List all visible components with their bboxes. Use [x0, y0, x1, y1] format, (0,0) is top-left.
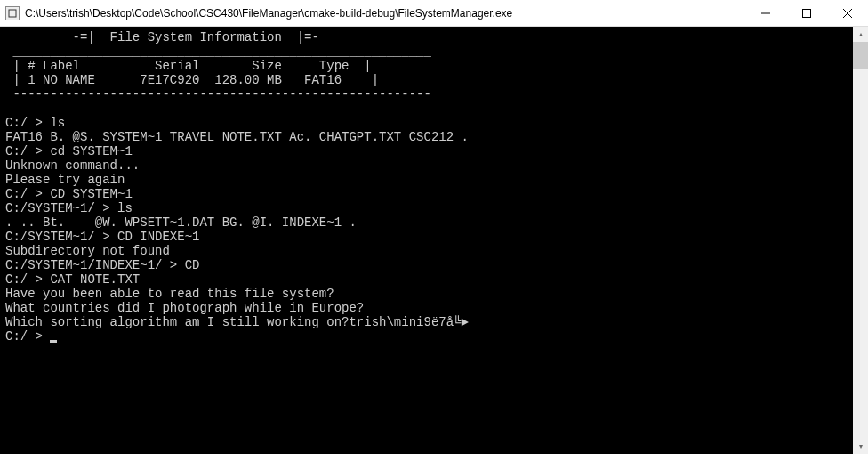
console-line: C:/ > CAT NOTE.TXT — [5, 272, 140, 287]
close-button[interactable] — [827, 0, 868, 26]
table-header: | # Label Serial Size Type | — [5, 59, 372, 73]
divider: ----------------------------------------… — [5, 87, 431, 101]
scroll-track[interactable] — [853, 42, 868, 439]
window-controls — [745, 0, 868, 26]
fs-info-header: -=| File System Information |=- — [5, 30, 319, 45]
console-line: Which sorting algorithm am I still worki… — [5, 315, 469, 329]
console-line: Have you been able to read this file sys… — [5, 287, 334, 301]
console-line: C:/SYSTEM~1/ > ls — [5, 201, 133, 215]
console-line: C:/ > CD SYSTEM~1 — [5, 187, 133, 201]
console-line: Unknown command... — [5, 158, 140, 173]
app-icon — [5, 6, 20, 20]
console-line: FAT16 B. @S. SYSTEM~1 TRAVEL NOTE.TXT Ac… — [5, 130, 469, 144]
window-title: C:\Users\trish\Desktop\Code\School\CSC43… — [25, 7, 745, 20]
minimize-button[interactable] — [745, 0, 786, 26]
console-line: What countries did I photograph while in… — [5, 301, 364, 315]
console-line: C:/ > cd SYSTEM~1 — [5, 144, 133, 158]
window-titlebar: C:\Users\trish\Desktop\Code\School\CSC43… — [0, 0, 868, 27]
svg-rect-2 — [803, 9, 811, 17]
prompt-line: C:/ > — [5, 329, 50, 344]
scroll-down-button[interactable]: ▾ — [853, 439, 868, 454]
console-output[interactable]: -=| File System Information |=- ________… — [0, 27, 868, 454]
svg-rect-0 — [9, 10, 16, 17]
table-row: | 1 NO NAME 7E17C920 128.00 MB FAT16 | — [5, 73, 379, 87]
console-line: . .. Bt. @W. WPSETT~1.DAT BG. @I. INDEXE… — [5, 215, 357, 230]
console-line: C:/SYSTEM~1/INDEXE~1/ > CD — [5, 258, 199, 272]
console-line: C:/SYSTEM~1/ > CD INDEXE~1 — [5, 230, 199, 244]
console-line: Please try again — [5, 173, 125, 187]
scroll-up-button[interactable]: ▴ — [853, 27, 868, 42]
cursor — [50, 340, 57, 343]
console-line: Subdirectory not found — [5, 244, 170, 258]
divider: ________________________________________… — [5, 45, 431, 59]
console-line: C:/ > ls — [5, 116, 65, 130]
scroll-thumb[interactable] — [853, 42, 868, 69]
vertical-scrollbar[interactable]: ▴ ▾ — [853, 27, 868, 454]
maximize-button[interactable] — [786, 0, 827, 26]
